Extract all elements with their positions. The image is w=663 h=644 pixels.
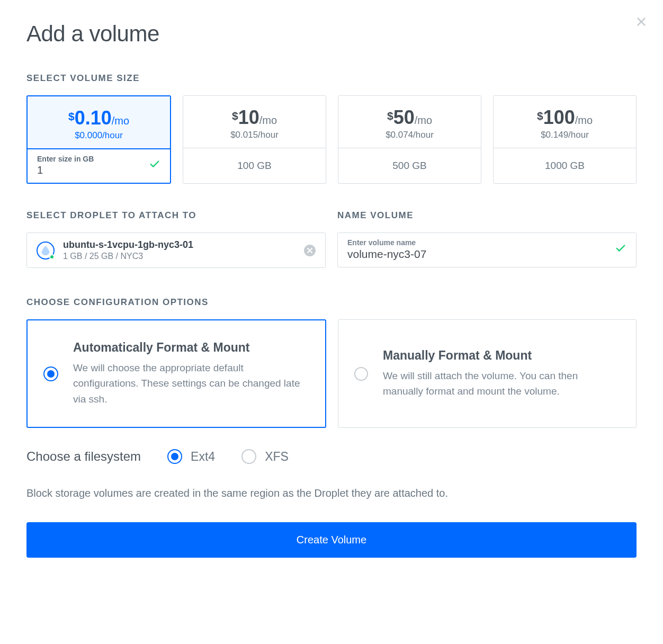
region-note: Block storage volumes are created in the… — [26, 485, 637, 501]
currency-symbol: $ — [537, 110, 543, 122]
size-value: 1000 GB — [494, 148, 636, 183]
config-option-manual[interactable]: Manually Format & Mount We will still at… — [338, 319, 637, 428]
price-per-hour: $0.000/hour — [33, 130, 165, 141]
volume-name-input[interactable] — [347, 248, 615, 261]
price-amount: 0.10 — [75, 107, 112, 129]
size-price-block: $ 50 /mo $0.074/hour — [338, 96, 481, 148]
size-price-block: $ 10 /mo $0.015/hour — [183, 96, 326, 148]
filesystem-option-label: XFS — [265, 450, 289, 464]
custom-size-input-cell: Enter size in GB — [28, 149, 170, 183]
filesystem-option-ext4[interactable]: Ext4 — [167, 449, 215, 464]
droplet-meta: 1 GB / 25 GB / NYC3 — [63, 252, 295, 261]
section-label-size: SELECT VOLUME SIZE — [26, 73, 637, 84]
size-option-500gb[interactable]: $ 50 /mo $0.074/hour 500 GB — [338, 95, 481, 184]
droplet-selector[interactable]: ubuntu-s-1vcpu-1gb-nyc3-01 1 GB / 25 GB … — [26, 232, 326, 268]
droplet-icon — [37, 241, 55, 260]
close-button[interactable] — [635, 16, 647, 30]
currency-symbol: $ — [387, 110, 393, 122]
filesystem-option-label: Ext4 — [191, 450, 215, 464]
price-amount: 10 — [238, 106, 259, 129]
config-option-auto[interactable]: Automatically Format & Mount We will cho… — [26, 319, 326, 428]
size-option-custom[interactable]: $ 0.10 /mo $0.000/hour Enter size in GB — [26, 95, 171, 184]
close-icon — [307, 248, 312, 253]
price-per-month: /mo — [575, 114, 593, 127]
price-per-month: /mo — [112, 115, 129, 127]
currency-symbol: $ — [68, 110, 75, 123]
volume-name-label: Enter volume name — [347, 238, 615, 247]
status-dot-icon — [49, 254, 55, 260]
section-label-config: CHOOSE CONFIGURATION OPTIONS — [26, 297, 637, 308]
section-label-droplet: SELECT DROPLET TO ATTACH TO — [26, 210, 326, 221]
create-volume-button[interactable]: Create Volume — [26, 522, 637, 558]
size-price-block: $ 100 /mo $0.149/hour — [494, 96, 636, 148]
price-per-month: /mo — [415, 114, 432, 127]
size-option-100gb[interactable]: $ 10 /mo $0.015/hour 100 GB — [183, 95, 326, 184]
checkmark-icon — [615, 243, 626, 256]
droplet-name: ubuntu-s-1vcpu-1gb-nyc3-01 — [63, 239, 295, 251]
price-per-month: /mo — [259, 114, 277, 127]
clear-droplet-button[interactable] — [304, 245, 316, 256]
page-title: Add a volume — [26, 21, 637, 47]
radio-icon — [241, 449, 256, 464]
size-value: 500 GB — [338, 148, 481, 183]
section-label-name: NAME VOLUME — [337, 210, 637, 221]
config-title: Manually Format & Mount — [383, 348, 620, 363]
custom-size-input[interactable] — [37, 164, 149, 176]
price-per-hour: $0.074/hour — [344, 130, 476, 140]
volume-name-field: Enter volume name — [337, 232, 637, 267]
filesystem-option-xfs[interactable]: XFS — [241, 449, 289, 464]
config-description: We will still attach the volume. You can… — [383, 368, 620, 399]
price-amount: 50 — [393, 106, 415, 129]
price-amount: 100 — [543, 106, 575, 129]
checkmark-icon — [149, 158, 160, 173]
size-price-block: $ 0.10 /mo $0.000/hour — [28, 96, 170, 149]
size-value: 100 GB — [183, 148, 326, 183]
price-per-hour: $0.149/hour — [499, 130, 631, 140]
config-title: Automatically Format & Mount — [73, 341, 309, 355]
size-option-1000gb[interactable]: $ 100 /mo $0.149/hour 1000 GB — [493, 95, 637, 184]
filesystem-label: Choose a filesystem — [26, 449, 141, 464]
close-icon — [635, 16, 647, 28]
radio-icon — [43, 366, 58, 381]
price-per-hour: $0.015/hour — [189, 130, 320, 140]
radio-icon — [167, 449, 182, 464]
currency-symbol: $ — [232, 110, 238, 122]
radio-icon — [354, 367, 368, 381]
custom-size-label: Enter size in GB — [37, 155, 149, 163]
config-description: We will choose the appropriate default c… — [73, 360, 309, 407]
size-options: $ 0.10 /mo $0.000/hour Enter size in GB … — [26, 95, 637, 184]
